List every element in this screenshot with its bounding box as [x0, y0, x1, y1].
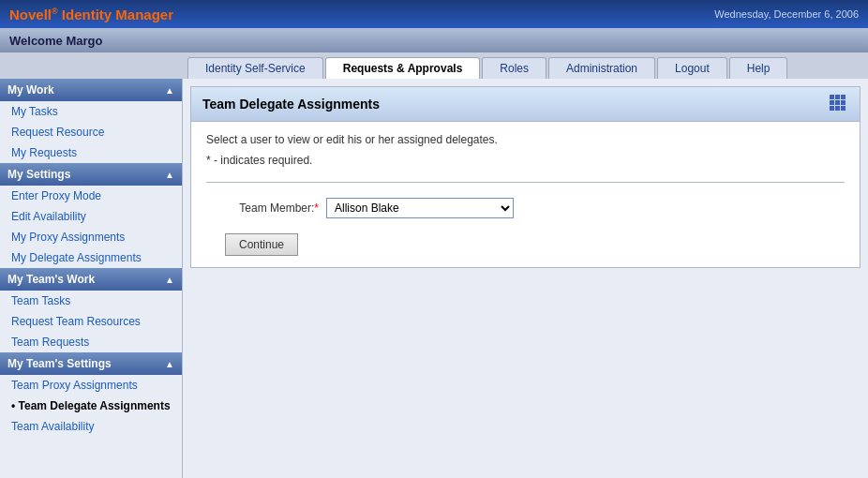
- sidebar-item-team-proxy-assignments[interactable]: Team Proxy Assignments: [0, 375, 182, 396]
- tab-roles[interactable]: Roles: [482, 57, 546, 79]
- sidebar-item-my-proxy-assignments[interactable]: My Proxy Assignments: [0, 227, 182, 247]
- my-settings-collapse-icon: ▲: [165, 170, 174, 180]
- sidebar-section-my-teams-settings-label: My Team's Settings: [7, 357, 112, 370]
- my-teams-work-collapse-icon: ▲: [165, 275, 174, 285]
- sidebar-section-my-work-label: My Work: [7, 83, 54, 97]
- sidebar-section-my-teams-settings[interactable]: My Team's Settings ▲: [0, 352, 182, 375]
- content-required-note: * - indicates required.: [206, 154, 845, 167]
- team-member-label: Team Member:*: [225, 202, 319, 215]
- grid-icon: [830, 95, 848, 113]
- content-body: Select a user to view or edit his or her…: [191, 122, 860, 267]
- main-layout: My Work ▲ My Tasks Request Resource My R…: [0, 79, 868, 478]
- tab-help[interactable]: Help: [729, 57, 788, 79]
- content-divider: [206, 182, 845, 183]
- tab-requests-approvals[interactable]: Requests & Approvals: [325, 57, 481, 79]
- header-date: Wednesday, December 6, 2006: [714, 8, 859, 20]
- sidebar-item-team-requests[interactable]: Team Requests: [0, 332, 182, 352]
- content-panel: Team Delegate Assignments Select a user …: [190, 86, 861, 268]
- sidebar-item-team-tasks[interactable]: Team Tasks: [0, 291, 182, 311]
- continue-button[interactable]: Continue: [225, 233, 298, 256]
- nav-tabs: Identity Self-Service Requests & Approva…: [0, 52, 868, 79]
- content-title: Team Delegate Assignments: [202, 97, 380, 112]
- app-header: Novell® Identity Manager Wednesday, Dece…: [0, 0, 868, 28]
- novell-brand: Novell®: [9, 7, 58, 22]
- sidebar-item-request-team-resources[interactable]: Request Team Resources: [0, 311, 182, 332]
- content-title-bar: Team Delegate Assignments: [191, 87, 860, 122]
- my-teams-settings-collapse-icon: ▲: [165, 359, 174, 369]
- tab-logout[interactable]: Logout: [657, 57, 727, 79]
- sidebar-item-my-tasks[interactable]: My Tasks: [0, 101, 182, 122]
- sidebar-section-my-settings[interactable]: My Settings ▲: [0, 163, 182, 186]
- sidebar-item-my-delegate-assignments[interactable]: My Delegate Assignments: [0, 247, 182, 268]
- app-logo: Novell® Identity Manager: [9, 7, 173, 22]
- sidebar: My Work ▲ My Tasks Request Resource My R…: [0, 79, 183, 478]
- sidebar-section-my-settings-label: My Settings: [7, 168, 70, 181]
- content-description: Select a user to view or edit his or her…: [206, 133, 845, 146]
- sidebar-section-my-work[interactable]: My Work ▲: [0, 79, 182, 101]
- product-name: Identity Manager: [62, 7, 173, 22]
- sidebar-section-my-teams-work[interactable]: My Team's Work ▲: [0, 268, 182, 291]
- content-area: Team Delegate Assignments Select a user …: [183, 79, 868, 478]
- sidebar-item-request-resource[interactable]: Request Resource: [0, 122, 182, 142]
- sidebar-item-my-requests[interactable]: My Requests: [0, 142, 182, 163]
- required-marker: *: [314, 202, 319, 215]
- sidebar-section-my-teams-work-label: My Team's Work: [7, 273, 95, 286]
- sidebar-item-edit-availability[interactable]: Edit Availability: [0, 206, 182, 227]
- team-member-select[interactable]: Allison Blake Bob Smith Carol Jones: [326, 198, 514, 218]
- welcome-bar: Welcome Margo: [0, 28, 868, 52]
- welcome-text: Welcome Margo: [9, 34, 102, 48]
- tab-identity-self-service[interactable]: Identity Self-Service: [187, 57, 323, 79]
- team-member-form-row: Team Member:* Allison Blake Bob Smith Ca…: [206, 198, 845, 218]
- tab-administration[interactable]: Administration: [548, 57, 655, 79]
- my-work-collapse-icon: ▲: [165, 85, 174, 96]
- sidebar-item-team-delegate-assignments[interactable]: Team Delegate Assignments: [0, 396, 182, 416]
- sidebar-item-enter-proxy-mode[interactable]: Enter Proxy Mode: [0, 186, 182, 206]
- sidebar-item-team-availability[interactable]: Team Availability: [0, 416, 182, 437]
